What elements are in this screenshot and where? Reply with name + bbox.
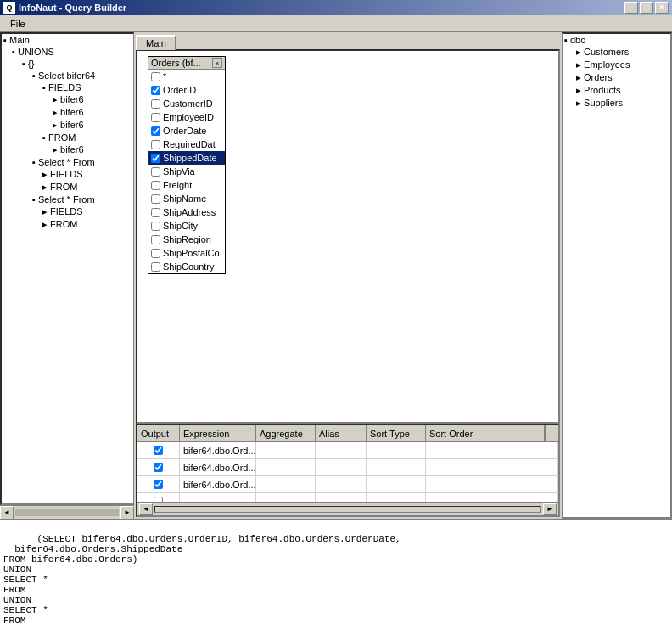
- grid-body: bifer64.dbo.Ord... bifer64.dbo.Ord...: [137, 442, 558, 502]
- right-tree-suppliers[interactable]: ▸ Suppliers: [563, 97, 670, 110]
- scroll-left-btn[interactable]: ◄: [0, 506, 14, 519]
- grid-expr-0: bifer64.dbo.Ord...: [180, 442, 256, 458]
- table-field-shippostal: ShipPostalCo: [148, 246, 225, 260]
- grid-sortorder-2: [426, 476, 558, 492]
- table-field-freight: Freight: [148, 178, 225, 192]
- left-panel-tree: ▪ Main ▪ UNIONS ▪ {} ▪ Select bifer64 ▪ …: [0, 32, 134, 505]
- grid-sorttype-2: [367, 476, 426, 492]
- table-field-customerid: CustomerID: [148, 97, 225, 110]
- field-orderdate-checkbox[interactable]: [151, 126, 160, 136]
- col-aggregate: Aggregate: [256, 425, 316, 441]
- field-freight-checkbox[interactable]: [151, 181, 160, 190]
- tree-fromval1[interactable]: ▸ bifer6: [2, 143, 133, 156]
- tree-fields3[interactable]: ▸ FIELDS: [2, 205, 133, 218]
- field-star-checkbox[interactable]: [151, 72, 160, 81]
- title-bar: Q InfoNaut - Query Builder − □ ✕: [0, 0, 672, 15]
- tree-field3[interactable]: ▸ bifer6: [2, 119, 133, 132]
- right-tree-dbo[interactable]: ▪ dbo: [563, 34, 670, 46]
- tree-fields1[interactable]: ▪ FIELDS: [2, 81, 133, 93]
- scroll-right-btn[interactable]: ►: [120, 506, 134, 519]
- field-shipvia-checkbox[interactable]: [151, 167, 160, 177]
- hscroll-left-btn[interactable]: ◄: [139, 503, 153, 515]
- table-row: bifer64.dbo.Ord...: [137, 442, 558, 459]
- table-row: bifer64.dbo.Ord...: [137, 459, 558, 476]
- grid-sortorder-1: [426, 459, 558, 475]
- tab-strip: Main: [134, 32, 562, 49]
- field-shipregion-checkbox[interactable]: [151, 235, 160, 244]
- tree-select2[interactable]: ▪ Select * From: [2, 156, 133, 168]
- tree-root[interactable]: ▪ Main: [2, 34, 133, 46]
- right-tree-products[interactable]: ▸ Products: [563, 84, 670, 97]
- field-shippostal-checkbox[interactable]: [151, 249, 160, 258]
- table-row: [137, 493, 558, 502]
- col-sort-order: Sort Order: [426, 425, 545, 441]
- tree-field1[interactable]: ▸ bifer6: [2, 93, 133, 106]
- minimize-button[interactable]: −: [624, 2, 638, 14]
- field-shipaddress-checkbox[interactable]: [151, 208, 160, 217]
- maximize-button[interactable]: □: [640, 2, 653, 14]
- grid-sortorder-0: [426, 442, 558, 458]
- field-requireddate-checkbox[interactable]: [151, 140, 160, 149]
- right-panel-tree: ▪ dbo ▸ Customers ▸ Employees ▸ Orders ▸…: [562, 32, 672, 519]
- tree-field2[interactable]: ▸ bifer6: [2, 106, 133, 119]
- table-field-star: *: [148, 70, 225, 83]
- table-field-shipvia: ShipVia: [148, 165, 225, 178]
- tree-unions[interactable]: ▪ UNIONS: [2, 46, 133, 58]
- tree-select1[interactable]: ▪ Select bifer64: [2, 70, 133, 81]
- table-field-orderid: OrderID: [148, 83, 225, 97]
- field-shippeddate-checkbox[interactable]: [151, 154, 160, 163]
- table-close-button[interactable]: ×: [212, 58, 222, 68]
- tree-select3[interactable]: ▪ Select * From: [2, 194, 133, 205]
- grid-expr-1: bifer64.dbo.Ord...: [180, 459, 256, 475]
- field-customerid-checkbox[interactable]: [151, 99, 160, 109]
- field-shipcountry-checkbox[interactable]: [151, 262, 160, 272]
- table-field-requireddate: RequiredDat: [148, 138, 225, 151]
- tree-braces[interactable]: ▪ {}: [2, 58, 133, 70]
- menu-file[interactable]: File: [3, 17, 32, 31]
- hscroll-track[interactable]: [154, 506, 541, 513]
- grid-checkbox-2[interactable]: [154, 480, 163, 489]
- col-alias: Alias: [316, 425, 367, 441]
- grid-header: Output Expression Aggregate Alias Sort T…: [137, 425, 558, 442]
- right-tree-orders[interactable]: ▸ Orders: [563, 71, 670, 84]
- app-title: InfoNaut - Query Builder: [19, 3, 126, 13]
- grid-alias-0: [316, 442, 367, 458]
- table-field-shipregion: ShipRegion: [148, 233, 225, 246]
- center-panel: Main Orders (bf... × * OrderID: [134, 32, 562, 519]
- grid-hscrollbar[interactable]: ◄ ►: [137, 502, 558, 515]
- tree-fields2[interactable]: ▸ FIELDS: [2, 168, 133, 181]
- field-shipname-checkbox[interactable]: [151, 194, 160, 204]
- right-tree-customers[interactable]: ▸ Customers: [563, 46, 670, 59]
- menu-bar: File: [0, 15, 672, 32]
- col-expression: Expression: [180, 425, 256, 441]
- table-orders-widget: Orders (bf... × * OrderID CustomerID Emp…: [148, 56, 226, 274]
- field-employeeid-checkbox[interactable]: [151, 113, 160, 122]
- scroll-track[interactable]: [15, 509, 119, 516]
- tree-from3[interactable]: ▸ FROM: [2, 218, 133, 231]
- table-field-orderdate: OrderDate: [148, 124, 225, 138]
- table-field-shipaddress: ShipAddress: [148, 205, 225, 219]
- grid-checkbox-1[interactable]: [154, 463, 163, 472]
- close-button[interactable]: ✕: [655, 2, 669, 14]
- left-panel-scrollbar[interactable]: ◄ ►: [0, 505, 134, 519]
- field-shipcity-checkbox[interactable]: [151, 222, 160, 231]
- col-sort-type: Sort Type: [367, 425, 426, 441]
- table-field-shipname: ShipName: [148, 192, 225, 205]
- tab-main[interactable]: Main: [136, 35, 176, 50]
- tree-from2[interactable]: ▸ FROM: [2, 181, 133, 194]
- grid-agg-0: [256, 442, 316, 458]
- grid-agg-2: [256, 476, 316, 492]
- grid-alias-1: [316, 459, 367, 475]
- table-row: bifer64.dbo.Ord...: [137, 476, 558, 493]
- grid-sorttype-0: [367, 442, 426, 458]
- grid-checkbox-0[interactable]: [154, 446, 163, 455]
- field-orderid-checkbox[interactable]: [151, 86, 160, 95]
- app-icon: Q: [3, 2, 15, 14]
- grid-sorttype-1: [367, 459, 426, 475]
- tree-from1[interactable]: ▪ FROM: [2, 132, 133, 143]
- grid-output-2: [137, 476, 180, 492]
- table-field-shipcity: ShipCity: [148, 219, 225, 233]
- hscroll-right-btn[interactable]: ►: [543, 503, 557, 515]
- table-field-shippeddate[interactable]: ShippedDate: [148, 151, 225, 165]
- right-tree-employees[interactable]: ▸ Employees: [563, 59, 670, 71]
